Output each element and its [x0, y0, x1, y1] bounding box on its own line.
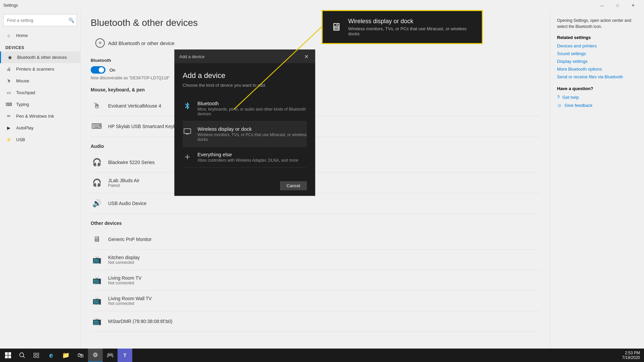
device-mouse[interactable]: 🖱 Evoluent VerticalMouse 4: [91, 96, 540, 116]
right-panel-info: Opening Settings, open action center and…: [557, 17, 637, 30]
link-give-feedback[interactable]: Give feedback: [564, 103, 592, 108]
taskbar-pinned-apps: e 📁 🛍 ⚙ 🎮 T: [44, 349, 132, 362]
taskbar-store-button[interactable]: 🛍: [73, 349, 88, 362]
device-name: Living Room TV: [108, 275, 141, 281]
taskbar-time-value: 2:53 PM: [622, 351, 640, 355]
autoplay-icon: ▶: [5, 125, 12, 130]
help-give-feedback[interactable]: ☺ Give feedback: [557, 103, 637, 108]
dialog-option-everything-else[interactable]: Everything else Xbox controllers with Wi…: [183, 147, 307, 168]
search-input[interactable]: [3, 14, 77, 26]
device-name: HP Skylab USB Smartcard Keyboard: [108, 124, 185, 129]
touchpad-icon: ▭: [5, 90, 12, 95]
device-generic-monitor[interactable]: 🖥 Generic PnP Monitor: [91, 229, 540, 250]
link-display-settings[interactable]: Display settings: [557, 59, 637, 64]
svg-point-1: [20, 353, 24, 357]
sidebar-item-usb[interactable]: ⚡ USB: [0, 134, 80, 146]
wall-tv-device-icon: 📺: [91, 295, 103, 307]
sidebar-item-autoplay[interactable]: ▶ AutoPlay: [0, 122, 80, 134]
add-device-label: Add Bluetooth or other device: [108, 40, 175, 46]
everything-else-name: Everything else: [197, 152, 298, 157]
bluetooth-option-icon: [183, 101, 192, 111]
link-send-receive[interactable]: Send or receive files via Bluetooth: [557, 74, 637, 79]
everything-else-desc: Xbox controllers with Wireless Adapter, …: [197, 158, 298, 163]
link-more-bluetooth[interactable]: More Bluetooth options: [557, 67, 637, 72]
sidebar-item-printers[interactable]: 🖨 Printers & scanners: [0, 63, 80, 75]
have-question-title: Have a question?: [557, 86, 637, 91]
dialog-option-bluetooth[interactable]: Bluetooth Mice, keyboards, pens, or audi…: [183, 96, 307, 121]
taskbar-edge-button[interactable]: e: [44, 349, 58, 362]
device-name: Evoluent VerticalMouse 4: [108, 103, 161, 109]
usb-icon: ⚡: [5, 137, 12, 142]
sidebar-item-label: Touchpad: [16, 90, 35, 95]
link-devices-printers[interactable]: Devices and printers: [557, 43, 637, 48]
add-device-button[interactable]: + Add Bluetooth or other device: [91, 35, 179, 51]
device-usb-audio[interactable]: 🔊 USB Audio Device: [91, 193, 540, 214]
device-name: Blackwire 5220 Series: [108, 160, 155, 165]
sidebar-item-bluetooth[interactable]: ◉ Bluetooth & other devices: [0, 51, 80, 63]
search-taskbar-button[interactable]: [15, 349, 29, 362]
sidebar-item-label: Home: [16, 33, 28, 38]
help-get-help[interactable]: ? Get help: [557, 94, 637, 100]
device-blackwire[interactable]: 🎧 Blackwire 5220 Series: [91, 152, 540, 173]
right-panel: Opening Settings, open action center and…: [550, 11, 644, 349]
device-keyboard[interactable]: ⌨ HP Skylab USB Smartcard Keyboard: [91, 116, 540, 137]
tv-device-icon: 📺: [91, 274, 103, 286]
search-container: 🔍: [3, 14, 77, 26]
help-icon: ?: [557, 94, 560, 100]
toggle-label: On: [109, 68, 115, 73]
device-living-room-tv[interactable]: 📺 Living Room TV Not connected: [91, 270, 540, 291]
taskbar-teams-button[interactable]: T: [118, 349, 132, 362]
dialog-close-button[interactable]: ✕: [302, 52, 310, 61]
keyboard-device-icon: ⌨: [91, 120, 103, 132]
taskbar-settings-button[interactable]: ⚙: [88, 349, 103, 362]
dialog-title: Add a device: [179, 54, 204, 59]
device-mstar[interactable]: 📺 MStarDMR (78:80:38:08:6f:b0): [91, 311, 540, 332]
start-button[interactable]: [1, 349, 15, 362]
sidebar-section-devices: Devices: [0, 41, 80, 51]
sidebar-item-label: Printers & scanners: [16, 67, 54, 72]
other-section-title: Other devices: [91, 220, 540, 226]
sidebar-item-label: AutoPlay: [16, 125, 34, 130]
bluetooth-toggle[interactable]: [91, 66, 105, 74]
dialog-option-wireless[interactable]: Wireless display or dock Wireless monito…: [183, 121, 307, 147]
dialog-body: Add a device Choose the kind of device y…: [175, 63, 315, 176]
link-get-help[interactable]: Get help: [562, 95, 579, 100]
device-jlab[interactable]: 🎧 JLab JBuds Air Paired: [91, 173, 540, 193]
related-settings-title: Related settings: [557, 35, 637, 40]
wireless-option-name: Wireless display or dock: [197, 126, 307, 132]
callout-desc: Wireless monitors, TVs, or PCs that use …: [348, 26, 474, 36]
task-view-button[interactable]: [30, 349, 43, 362]
bluetooth-section-title: Bluetooth: [91, 58, 540, 63]
speaker-device-icon: 🔊: [91, 197, 103, 209]
close-button[interactable]: ✕: [625, 0, 641, 11]
sidebar-item-home[interactable]: ⌂ Home: [0, 30, 80, 41]
pen-icon: ✏: [5, 114, 12, 119]
sidebar-item-label: Bluetooth & other devices: [17, 55, 67, 60]
device-kitchen-display[interactable]: 📺 Kitchen display Not connected: [91, 250, 540, 270]
sidebar-item-typing[interactable]: ⌨ Typing: [0, 98, 80, 110]
dialog-cancel-button[interactable]: Cancel: [280, 181, 307, 190]
printer-icon: 🖨: [5, 67, 12, 72]
device-living-room-wall[interactable]: 📺 Living Room Wall TV Not connected: [91, 291, 540, 311]
wireless-option-icon: [183, 127, 192, 136]
sidebar-item-touchpad[interactable]: ▭ Touchpad: [0, 87, 80, 98]
sidebar-item-label: Mouse: [16, 78, 29, 83]
dialog-footer: Cancel: [175, 176, 315, 196]
device-name: JLab JBuds Air: [108, 178, 139, 183]
link-sound-settings[interactable]: Sound settings: [557, 51, 637, 56]
taskbar-clock: 2:53 PM 7/19/2020: [622, 351, 640, 360]
callout-monitor-icon: 🖥: [331, 21, 341, 33]
sidebar-item-pen[interactable]: ✏ Pen & Windows Ink: [0, 110, 80, 122]
taskbar-xbox-button[interactable]: 🎮: [103, 349, 118, 362]
sidebar-item-mouse[interactable]: 🖱 Mouse: [0, 75, 80, 87]
svg-line-2: [23, 356, 25, 358]
device-status: Not connected: [108, 260, 140, 265]
taskbar-left: e 📁 🛍 ⚙ 🎮 T: [1, 349, 132, 362]
minimize-button[interactable]: —: [594, 0, 610, 11]
maximize-button[interactable]: □: [610, 0, 625, 11]
svg-rect-3: [34, 353, 36, 355]
device-name: MStarDMR (78:80:38:08:6f:b0): [108, 319, 172, 324]
taskbar-explorer-button[interactable]: 📁: [58, 349, 73, 362]
dialog-subheading: Choose the kind of device you want to ad…: [183, 83, 307, 88]
search-icon: 🔍: [68, 17, 74, 23]
